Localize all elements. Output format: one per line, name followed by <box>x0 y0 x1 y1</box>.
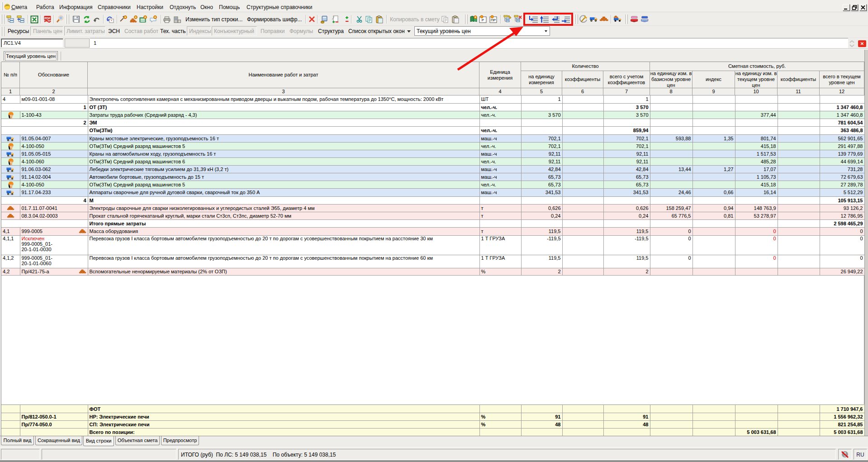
svg-text:*: * <box>111 19 112 23</box>
svg-text:PDF: PDF <box>45 17 51 20</box>
svg-text:ПР: ПР <box>491 18 496 22</box>
svg-text:Р: Р <box>482 18 484 22</box>
